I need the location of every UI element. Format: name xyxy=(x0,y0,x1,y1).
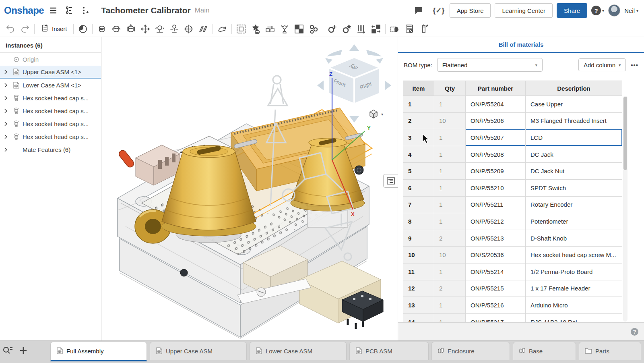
named-views-icon[interactable] xyxy=(417,23,431,35)
cell-item[interactable]: 10 xyxy=(403,247,434,263)
feature-pattern-icon[interactable] xyxy=(325,23,340,35)
workspace-name[interactable]: Main xyxy=(195,6,210,15)
versions-history-icon[interactable] xyxy=(62,4,76,17)
cell-qty[interactable]: 2 xyxy=(434,230,466,247)
cell-desc[interactable]: DC Jack xyxy=(526,146,622,163)
tab-lower-case-asm[interactable]: Lower Case ASM xyxy=(250,342,347,360)
bom-scrollbar[interactable] xyxy=(623,96,627,322)
chevron-right-icon[interactable] xyxy=(0,96,11,100)
table-row[interactable]: 141ON/P/55217RJS-11B2-10 Rel... xyxy=(403,314,622,322)
overflow-menu-icon[interactable]: ••• xyxy=(631,62,638,68)
instance-hex-socket-head-cap-s[interactable]: Hex socket head cap s... xyxy=(0,91,101,104)
cell-desc[interactable]: DC Jack Nut xyxy=(526,163,622,179)
cell-qty[interactable]: 1 xyxy=(434,96,466,112)
group-parts-icon[interactable] xyxy=(234,23,248,35)
replicate-icon[interactable] xyxy=(248,23,263,35)
cell-desc[interactable]: Hex socket head cap screw M... xyxy=(526,247,622,263)
cell-item[interactable]: 2 xyxy=(403,113,434,129)
section-view-icon[interactable] xyxy=(388,23,402,35)
tab-base[interactable]: Base xyxy=(513,342,576,360)
cell-part[interactable]: ON/P/55213 xyxy=(466,230,526,247)
chevron-right-icon[interactable] xyxy=(0,70,11,74)
cell-qty[interactable]: 1 xyxy=(434,180,466,196)
cell-part[interactable]: ON/P/55217 xyxy=(466,314,526,322)
tab-parts[interactable]: Parts xyxy=(579,342,641,360)
user-menu[interactable]: Neil ▾ xyxy=(624,7,638,14)
instance-hex-socket-head-cap-s[interactable]: Hex socket head cap s... xyxy=(0,117,101,130)
app-store-button[interactable]: App Store xyxy=(450,3,491,18)
cell-item[interactable]: 13 xyxy=(403,297,434,313)
table-row[interactable]: 31ON/P/55207LCD xyxy=(403,129,622,146)
cell-part[interactable]: ON/P/55209 xyxy=(466,163,526,179)
cell-item[interactable]: 5 xyxy=(403,163,434,179)
display-states-icon[interactable] xyxy=(292,23,306,35)
cell-qty[interactable]: 1 xyxy=(434,197,466,213)
instance-lower-case-asm-1[interactable]: Lower Case ASM <1> xyxy=(0,79,101,91)
table-row[interactable]: 51ON/P/55209DC Jack Nut xyxy=(403,163,622,180)
cell-desc[interactable]: D-Shaft Knob xyxy=(526,230,622,247)
column-header-part-number[interactable]: Part number xyxy=(466,81,526,95)
chevron-right-icon[interactable] xyxy=(0,83,11,87)
cell-part[interactable]: ON/P/55204 xyxy=(466,96,526,112)
circular-pattern-icon[interactable] xyxy=(277,23,292,35)
tab-upper-case-asm[interactable]: Upper Case ASM xyxy=(150,342,247,360)
insert-button[interactable]: Insert xyxy=(37,23,71,35)
cell-item[interactable]: 6 xyxy=(403,180,434,196)
instance-upper-case-asm-1[interactable]: Upper Case ASM <1> xyxy=(0,66,101,79)
table-row[interactable]: 61ON/P/55210SPDT Switch xyxy=(403,180,622,197)
cell-qty[interactable]: 10 xyxy=(434,247,466,263)
table-row[interactable]: 1010ON/S/20536Hex socket head cap screw … xyxy=(403,247,622,263)
table-row[interactable]: 122ON/P/552151 x 17 Female Header xyxy=(403,280,622,297)
cell-qty[interactable]: 1 xyxy=(434,129,466,146)
cell-desc[interactable]: 1 x 17 Female Header xyxy=(526,280,622,297)
cell-qty[interactable]: 2 xyxy=(434,280,466,297)
tab-enclosure[interactable]: Enclosure xyxy=(431,342,510,360)
cell-part[interactable]: ON/P/55214 xyxy=(466,263,526,280)
cell-qty[interactable]: 1 xyxy=(434,263,466,280)
main-menu-icon[interactable] xyxy=(46,4,60,17)
bom-help-icon[interactable]: ? xyxy=(631,328,638,336)
exploded-view-icon[interactable] xyxy=(369,23,383,35)
cell-part[interactable]: ON/P/55208 xyxy=(466,146,526,163)
instance-hex-socket-head-cap-s[interactable]: Hex socket head cap s... xyxy=(0,130,101,143)
cell-item[interactable]: 11 xyxy=(403,263,434,280)
cell-desc[interactable]: Potentiometer xyxy=(526,213,622,230)
bom-type-select[interactable]: Flattened ▾ xyxy=(437,58,543,72)
undo-icon[interactable] xyxy=(3,23,18,35)
redo-icon[interactable] xyxy=(18,23,32,35)
table-row[interactable]: 131ON/P/55216Arduino Micro xyxy=(403,297,622,314)
viewport-3d[interactable]: Top Front Right Z Y X ▾ xyxy=(101,37,398,340)
add-tab-button[interactable] xyxy=(16,342,31,359)
help-icon[interactable]: ? xyxy=(591,6,601,15)
linear-pattern-icon[interactable] xyxy=(263,23,277,35)
cell-qty[interactable]: 1 xyxy=(434,314,466,322)
cell-desc[interactable]: LCD xyxy=(526,129,622,146)
mate-icon[interactable] xyxy=(76,23,90,35)
cell-desc[interactable]: Arduino Micro xyxy=(526,297,622,313)
bom-scrollbar-thumb[interactable] xyxy=(623,97,627,170)
cell-desc[interactable]: M3 Flanged Threaded Insert xyxy=(526,113,622,129)
branch-create-icon[interactable] xyxy=(78,4,92,17)
cell-item[interactable]: 4 xyxy=(403,146,434,163)
cell-part[interactable]: ON/P/55211 xyxy=(466,197,526,213)
cell-desc[interactable]: Case Upper xyxy=(526,96,622,112)
chevron-right-icon[interactable] xyxy=(0,109,11,113)
column-header-qty[interactable]: Qty xyxy=(434,81,466,95)
avatar[interactable] xyxy=(608,4,620,17)
share-button[interactable]: Share xyxy=(557,3,587,18)
cell-item[interactable]: 1 xyxy=(403,96,434,112)
cell-qty[interactable]: 1 xyxy=(434,297,466,313)
chevron-right-icon[interactable] xyxy=(0,147,11,152)
onshape-logo[interactable]: Onshape xyxy=(4,5,44,16)
cell-part[interactable]: ON/P/55210 xyxy=(466,180,526,196)
table-row[interactable]: 81ON/P/55212Potentiometer xyxy=(403,213,622,230)
tab-full-assembly[interactable]: Full Assembly xyxy=(50,342,147,361)
snap-mode-icon[interactable] xyxy=(215,23,229,35)
bom-panel-toggle-button[interactable] xyxy=(383,174,398,188)
cell-desc[interactable]: 1/2 Perma-Proto Board xyxy=(526,263,622,280)
tab-pcb-asm[interactable]: PCB ASM xyxy=(349,342,429,360)
table-row[interactable]: 210ON/P/55206M3 Flanged Threaded Insert xyxy=(403,113,622,130)
cell-qty[interactable]: 10 xyxy=(434,113,466,129)
feature-replicate-icon[interactable] xyxy=(340,23,354,35)
cell-item[interactable]: 12 xyxy=(403,280,434,297)
